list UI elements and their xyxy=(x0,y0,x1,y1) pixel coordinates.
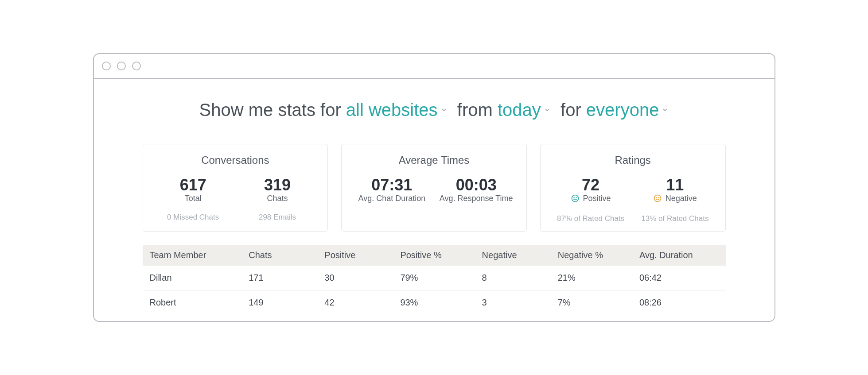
average-times-card: Average Times 07:31 Avg. Chat Duration 0… xyxy=(341,144,527,232)
cell-member: Robert xyxy=(143,290,242,315)
cell-positive-pct: 79% xyxy=(393,266,475,290)
col-negative[interactable]: Negative xyxy=(475,245,551,266)
filter-date-dropdown[interactable]: today xyxy=(498,100,551,120)
svg-point-1 xyxy=(574,197,574,198)
dashboard-content: Show me stats for all websites from toda… xyxy=(94,79,775,321)
ratings-positive-value: 72 xyxy=(551,176,630,194)
conversations-chats-metric: 319 Chats xyxy=(238,176,317,203)
filter-people-dropdown[interactable]: everyone xyxy=(586,100,669,120)
ratings-negative-pct: 13% of Rated Chats xyxy=(635,214,714,223)
cell-negative: 3 xyxy=(475,290,551,315)
filter-for-label: for xyxy=(561,100,581,120)
filter-sentence: Show me stats for all websites from toda… xyxy=(143,100,726,120)
ratings-positive-label: Positive xyxy=(583,194,611,203)
stat-cards-row: Conversations 617 Total 319 Chats 0 Miss… xyxy=(143,144,726,232)
col-team-member[interactable]: Team Member xyxy=(143,245,242,266)
ratings-card-title: Ratings xyxy=(551,154,715,166)
frown-icon xyxy=(653,194,662,203)
smile-icon xyxy=(571,194,580,203)
col-chats[interactable]: Chats xyxy=(241,245,317,266)
ratings-negative-metric: 11 Negative xyxy=(635,176,714,205)
avg-response-time-value: 00:03 xyxy=(437,176,516,194)
col-positive-pct[interactable]: Positive % xyxy=(393,245,475,266)
ratings-positive-pct: 87% of Rated Chats xyxy=(551,214,630,223)
avg-chat-duration-label: Avg. Chat Duration xyxy=(358,194,425,203)
average-times-card-title: Average Times xyxy=(352,154,516,166)
cell-positive: 30 xyxy=(317,266,393,290)
svg-point-4 xyxy=(656,197,657,198)
cell-negative-pct: 7% xyxy=(551,290,632,315)
conversations-total-value: 617 xyxy=(154,176,233,194)
cell-member: Dillan xyxy=(143,266,242,290)
window-titlebar xyxy=(94,54,775,79)
cell-negative-pct: 21% xyxy=(551,266,632,290)
cell-negative: 8 xyxy=(475,266,551,290)
browser-window: Show me stats for all websites from toda… xyxy=(93,53,775,322)
cell-chats: 171 xyxy=(241,266,317,290)
svg-point-3 xyxy=(654,195,661,202)
table-row[interactable]: Dillan 171 30 79% 8 21% 06:42 xyxy=(143,266,726,290)
col-avg-duration[interactable]: Avg. Duration xyxy=(632,245,726,266)
table-header-row: Team Member Chats Positive Positive % Ne… xyxy=(143,245,726,266)
ratings-positive-metric: 72 Positive xyxy=(551,176,630,205)
window-control-dot[interactable] xyxy=(102,62,111,70)
col-positive[interactable]: Positive xyxy=(317,245,393,266)
filter-websites-dropdown[interactable]: all websites xyxy=(346,100,448,120)
cell-avg-duration: 08:26 xyxy=(632,290,726,315)
chevron-down-icon xyxy=(662,106,669,113)
avg-response-time-metric: 00:03 Avg. Response Time xyxy=(437,176,516,203)
cell-chats: 149 xyxy=(241,290,317,315)
avg-chat-duration-metric: 07:31 Avg. Chat Duration xyxy=(352,176,431,203)
cell-positive: 42 xyxy=(317,290,393,315)
filter-people-value: everyone xyxy=(586,100,659,120)
ratings-card: Ratings 72 Positive xyxy=(540,144,726,232)
svg-point-5 xyxy=(658,197,659,198)
ratings-negative-label: Negative xyxy=(666,194,697,203)
cell-avg-duration: 06:42 xyxy=(632,266,726,290)
filter-date-value: today xyxy=(498,100,541,120)
chevron-down-icon xyxy=(440,106,448,113)
chevron-down-icon xyxy=(544,106,551,113)
conversations-chats-value: 319 xyxy=(238,176,317,194)
svg-point-2 xyxy=(576,197,576,198)
avg-chat-duration-value: 07:31 xyxy=(352,176,431,194)
window-control-dot[interactable] xyxy=(132,62,141,70)
filter-websites-value: all websites xyxy=(346,100,438,120)
team-stats-table: Team Member Chats Positive Positive % Ne… xyxy=(143,245,726,315)
conversations-card: Conversations 617 Total 319 Chats 0 Miss… xyxy=(143,144,328,232)
avg-response-time-label: Avg. Response Time xyxy=(440,194,513,203)
window-control-dot[interactable] xyxy=(117,62,126,70)
filter-prefix: Show me stats for xyxy=(199,100,341,120)
svg-point-0 xyxy=(572,195,578,202)
conversations-missed-label: 0 Missed Chats xyxy=(154,213,233,222)
conversations-card-title: Conversations xyxy=(154,154,317,166)
col-negative-pct[interactable]: Negative % xyxy=(551,245,632,266)
conversations-total-label: Total xyxy=(185,194,202,203)
filter-from-label: from xyxy=(457,100,493,120)
conversations-total-metric: 617 Total xyxy=(154,176,233,203)
conversations-emails-label: 298 Emails xyxy=(238,213,317,222)
conversations-chats-label: Chats xyxy=(267,194,288,203)
cell-positive-pct: 93% xyxy=(393,290,475,315)
table-row[interactable]: Robert 149 42 93% 3 7% 08:26 xyxy=(143,290,726,315)
ratings-negative-value: 11 xyxy=(635,176,714,194)
